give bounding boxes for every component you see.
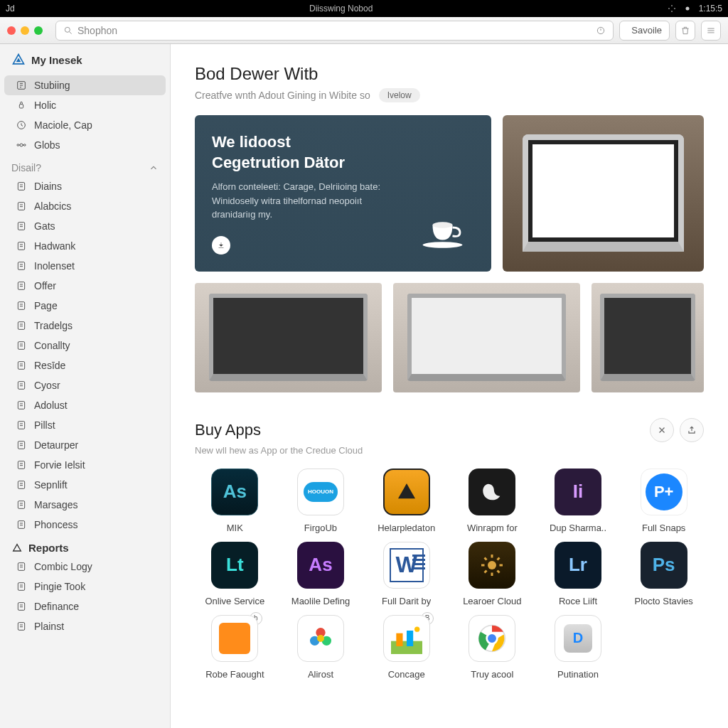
hero-download-button[interactable]	[212, 236, 230, 255]
maximize-window[interactable]	[34, 26, 43, 35]
apps-title: Buy Apps	[195, 421, 644, 439]
menu-button[interactable]	[701, 21, 721, 41]
app-icon	[211, 615, 258, 662]
sidebar-item-icon	[16, 479, 27, 491]
sidebar-item-alabcics[interactable]: Alabcics	[4, 196, 166, 216]
app-dup-sharma-[interactable]: IiDup Sharma..	[538, 469, 619, 533]
sidebar-item-adolust[interactable]: Adolust	[4, 395, 166, 415]
app-learoer-cloud[interactable]: Learoer Cloud	[452, 542, 532, 606]
app-icon	[469, 542, 515, 589]
sidebar-item-definance[interactable]: Definance	[4, 596, 166, 616]
app-robe-faought[interactable]: bRobe Faought	[195, 615, 275, 680]
trash-button[interactable]	[675, 21, 695, 41]
sidebar-item-label: Resīde	[34, 360, 65, 371]
app-mik[interactable]: AsMIK	[195, 469, 275, 533]
svg-rect-18	[18, 362, 24, 370]
sidebar-item-page[interactable]: Page	[4, 296, 166, 316]
hamburger-icon	[706, 26, 716, 36]
svg-point-33	[488, 561, 496, 569]
sidebar-item-gats[interactable]: Gats	[4, 216, 166, 236]
brand[interactable]: My Inesek	[0, 53, 170, 75]
window-controls[interactable]	[7, 26, 43, 35]
app-alirost[interactable]: Alirost	[281, 615, 361, 680]
app-helarpledaton[interactable]: Helarpledaton	[366, 469, 446, 533]
reload-save-button[interactable]: Savoile	[619, 21, 670, 41]
sidebar-item-pingie-took[interactable]: Pingie Took	[4, 577, 166, 596]
app-full-darit-by[interactable]: WFull Darit by	[366, 542, 446, 606]
sidebar-item-sepnlift[interactable]: Sepnlift	[4, 475, 166, 495]
sidebar-item-hadwank[interactable]: Hadwank	[4, 236, 166, 256]
minimize-window[interactable]	[21, 26, 29, 35]
app-label: Roce Liift	[559, 596, 597, 606]
sidebar-item-label: Sepnlift	[34, 479, 68, 491]
svg-point-41	[414, 626, 419, 631]
svg-rect-4	[19, 105, 23, 108]
app-winrapm-for[interactable]: Winrapm for	[452, 469, 532, 533]
app-firgoub[interactable]: HOOUONFirgoUb	[281, 469, 361, 533]
sidebar-section-label: Disail?	[11, 162, 41, 173]
sidebar-item-phoncess[interactable]: Phoncess	[4, 515, 166, 535]
sidebar-item-stubling[interactable]: Stubiing	[4, 75, 166, 95]
sidebar-item-tradelgs[interactable]: Tradelgs	[4, 316, 166, 336]
app-truy-acool[interactable]: Truy acool	[452, 615, 532, 680]
svg-point-0	[685, 7, 689, 11]
thumbnail-3[interactable]	[592, 283, 704, 392]
sidebar-item-pillst[interactable]: Pillst	[4, 415, 166, 435]
svg-rect-27	[18, 563, 24, 571]
address-bar[interactable]: Shophon	[55, 21, 614, 41]
app-maolile-defing[interactable]: AsMaolile Defing	[281, 542, 361, 606]
svg-rect-25	[18, 501, 24, 509]
sidebar-item-holic[interactable]: Holic	[4, 95, 166, 115]
sidebar-item-marsages[interactable]: Marsages	[4, 495, 166, 515]
app-onlive-service[interactable]: LtOnlive Service	[195, 542, 275, 606]
hero-title: We lidoostCegetrution Dätor	[212, 132, 474, 173]
thumbnail-1[interactable]	[195, 283, 382, 392]
svg-rect-23	[18, 461, 24, 469]
sidebar-item-globs[interactable]: Globs	[4, 135, 166, 155]
app-plocto-stavies[interactable]: PsPlocto Stavies	[623, 542, 704, 606]
sidebar-section-disail[interactable]: Disail?	[0, 155, 170, 176]
sidebar-item-icon	[16, 601, 27, 612]
app-roce-liift[interactable]: LrRoce Liift	[538, 542, 619, 606]
sidebar-item-maciole[interactable]: Maciole, Cap	[4, 115, 166, 135]
sidebar-item-icon	[16, 459, 27, 471]
sidebar-item-icon	[16, 300, 27, 311]
app-icon: D	[555, 615, 601, 662]
sidebar-item-label: Combic Logy	[34, 561, 92, 572]
app-concage[interactable]: BConcage	[366, 615, 446, 680]
sidebar-item-res-de[interactable]: Resīde	[4, 355, 166, 375]
app-label: FirgoUb	[304, 523, 337, 533]
svg-rect-26	[18, 521, 24, 529]
power-icon[interactable]	[596, 26, 606, 36]
sidebar-item-forvie-ielsit[interactable]: Forvie Ielsit	[4, 455, 166, 475]
app-icon: Lr	[555, 542, 601, 589]
sidebar-item-cyosr[interactable]: Cyosr	[4, 375, 166, 395]
app-icon	[469, 615, 515, 662]
sidebar-item-label: Detaurper	[34, 439, 78, 451]
pill-badge[interactable]: Ivelow	[379, 88, 420, 102]
sidebar-item-icon	[16, 240, 27, 252]
sidebar-item-icon	[16, 119, 27, 131]
sidebar-item-detaurper[interactable]: Detaurper	[4, 435, 166, 455]
close-section-button[interactable]	[650, 418, 674, 442]
sidebar-item-icon	[16, 581, 27, 592]
app-label: Full Snaps	[642, 523, 685, 533]
sidebar-item-conallty[interactable]: Conallty	[4, 336, 166, 355]
app-icon	[383, 615, 430, 662]
sidebar-head-reports[interactable]: Reports	[0, 535, 170, 557]
sidebar-item-offer[interactable]: Offer	[4, 276, 166, 296]
share-section-button[interactable]	[680, 418, 704, 442]
sidebar-item-inolenset[interactable]: Inolenset	[4, 256, 166, 276]
app-putination[interactable]: DPutination	[538, 615, 619, 680]
hero-side-image[interactable]	[503, 115, 704, 272]
sidebar-item-plainst[interactable]: Plainst	[4, 616, 166, 636]
thumbnail-2[interactable]	[393, 283, 580, 392]
sidebar-item-combic-logy[interactable]: Combic Logy	[4, 557, 166, 577]
svg-point-37	[317, 635, 324, 642]
app-icon: Ii	[555, 469, 601, 515]
app-full-snaps[interactable]: P+Full Snaps	[623, 469, 704, 533]
hero-card[interactable]: We lidoostCegetrution Dätor Alforn conte…	[195, 115, 491, 272]
sidebar-item-diains[interactable]: Diains	[4, 176, 166, 196]
close-window[interactable]	[7, 26, 16, 35]
sidebar-item-icon	[16, 400, 27, 411]
